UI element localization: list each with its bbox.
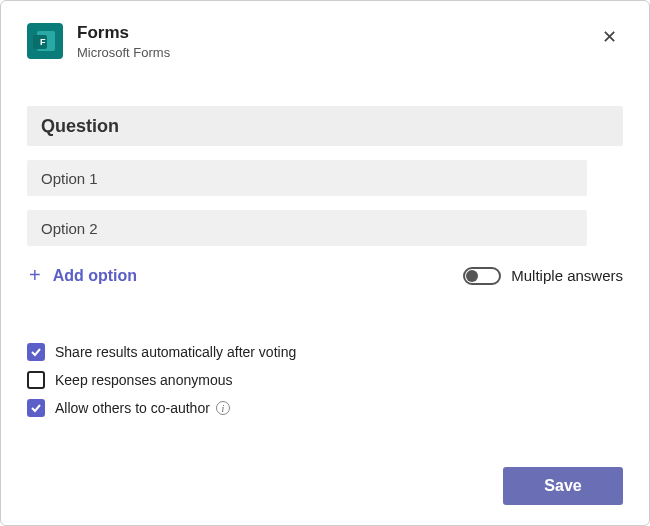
checkbox-unchecked-icon [27, 371, 45, 389]
option-row: + Add option Multiple answers [27, 264, 623, 287]
svg-text:F: F [40, 37, 46, 47]
setting-label: Share results automatically after voting [55, 344, 296, 360]
setting-allow-coauthor[interactable]: Allow others to co-author i [27, 399, 623, 417]
multiple-answers-toggle[interactable] [463, 267, 501, 285]
checkbox-checked-icon [27, 343, 45, 361]
info-icon[interactable]: i [216, 401, 230, 415]
checkbox-checked-icon [27, 399, 45, 417]
setting-keep-anonymous[interactable]: Keep responses anonymous [27, 371, 623, 389]
add-option-label: Add option [53, 267, 137, 285]
close-button[interactable]: ✕ [595, 23, 623, 51]
plus-icon: + [29, 264, 41, 287]
option-2-input[interactable] [27, 210, 587, 246]
add-option-button[interactable]: + Add option [27, 264, 137, 287]
app-subtitle: Microsoft Forms [77, 45, 170, 60]
toggle-knob [466, 270, 478, 282]
option-1-input[interactable] [27, 160, 587, 196]
dialog-footer: Save [27, 467, 623, 505]
app-title: Forms [77, 23, 170, 43]
setting-share-results[interactable]: Share results automatically after voting [27, 343, 623, 361]
setting-label: Allow others to co-author [55, 400, 210, 416]
forms-dialog: F Forms Microsoft Forms ✕ + Add option M… [0, 0, 650, 526]
dialog-header: F Forms Microsoft Forms ✕ [27, 23, 623, 60]
multiple-answers-control: Multiple answers [463, 267, 623, 285]
multiple-answers-label: Multiple answers [511, 267, 623, 284]
save-button[interactable]: Save [503, 467, 623, 505]
close-icon: ✕ [602, 26, 617, 48]
question-input[interactable] [27, 106, 623, 146]
setting-label: Keep responses anonymous [55, 372, 232, 388]
forms-app-icon: F [27, 23, 63, 59]
app-titles: Forms Microsoft Forms [77, 23, 170, 60]
settings-section: Share results automatically after voting… [27, 343, 623, 427]
